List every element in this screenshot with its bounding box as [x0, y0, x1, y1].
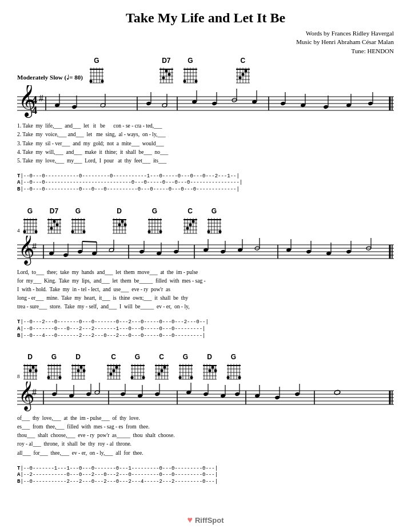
svg-text:o: o	[248, 66, 249, 69]
svg-point-246	[77, 249, 82, 254]
svg-text:o: o	[167, 362, 168, 365]
svg-text:x: x	[75, 362, 76, 365]
svg-point-174	[121, 220, 123, 223]
svg-text:o: o	[240, 66, 241, 69]
svg-text:o: o	[102, 66, 103, 69]
svg-text:o: o	[149, 216, 150, 219]
svg-text:o: o	[51, 362, 52, 365]
svg-point-395	[190, 376, 193, 379]
chord-diagram-D3: D x x o	[70, 353, 86, 380]
page-title: Take My Life and Let It Be	[17, 6, 394, 26]
svg-point-290	[31, 366, 34, 368]
svg-text:o: o	[182, 362, 183, 365]
svg-text:#: #	[32, 387, 37, 397]
chord-diagram-G6: G o o o o o	[206, 207, 222, 235]
lyric-line-1-5: 5. Take my love,___ my___ Lord, I pour a…	[17, 157, 394, 165]
svg-point-325	[77, 369, 79, 372]
svg-text:o: o	[72, 216, 73, 219]
svg-point-160	[82, 230, 85, 233]
svg-point-30	[165, 70, 167, 73]
svg-text:o: o	[233, 362, 234, 365]
svg-point-343	[109, 372, 112, 375]
svg-point-451	[120, 392, 125, 396]
staff-section-3: 𝄞 #	[17, 382, 394, 413]
svg-text:o: o	[59, 362, 61, 365]
svg-text:o: o	[157, 216, 158, 219]
svg-text:o: o	[214, 216, 215, 219]
svg-point-210	[189, 223, 191, 226]
svg-point-309	[58, 376, 61, 379]
chord-diagram-G8: G o o o o o	[130, 353, 146, 380]
svg-text:o: o	[99, 66, 100, 69]
svg-point-105	[323, 105, 328, 109]
svg-text:o: o	[27, 216, 28, 219]
svg-point-141	[53, 220, 55, 223]
svg-text:x: x	[27, 362, 28, 365]
chord-diagram-G9: G o o o o o	[178, 353, 194, 380]
svg-point-48	[183, 80, 186, 83]
lyric-line-3-4: roy - al___ throne, it shall be thy roy …	[17, 440, 394, 448]
svg-text:o: o	[195, 66, 197, 69]
svg-point-428	[238, 376, 241, 379]
svg-text:o: o	[151, 216, 153, 219]
staff-section-1: 𝄞 4 4 #	[17, 85, 394, 121]
svg-point-66	[241, 73, 244, 76]
svg-point-101	[280, 101, 285, 106]
svg-text:o: o	[160, 216, 161, 219]
lyric-line-2-4: long - er___ mine. Take my heart, it___ …	[17, 294, 394, 303]
lyric-line-2-3: I with - hold. Take my in - tel - lect, …	[17, 285, 394, 294]
svg-point-142	[55, 223, 58, 226]
svg-text:x: x	[203, 362, 205, 365]
svg-text:o: o	[239, 362, 240, 365]
section-1: Moderately Slow (♩= 80) G	[17, 57, 394, 200]
svg-text:#: #	[32, 241, 37, 251]
svg-text:o: o	[193, 216, 194, 219]
svg-text:o: o	[193, 66, 194, 69]
chord-diagram-G1: G o o o	[89, 57, 105, 84]
svg-point-159	[71, 230, 74, 233]
svg-text:o: o	[81, 216, 82, 219]
watermark: ♥ RiffSpot	[187, 515, 224, 525]
svg-text:o: o	[163, 66, 164, 69]
music-credit: Music by Henri Abraham César Malan	[17, 38, 394, 46]
lyric-line-2-1: Lord, to___ thee; take my hands and___ l…	[17, 268, 394, 277]
svg-point-49	[194, 80, 197, 83]
lyric-line-1-4: 4. Take my will,___ and___ make it thine…	[17, 148, 394, 157]
tab-section-2: T|--0---2---0-------0---0-------0---2---…	[17, 312, 394, 346]
svg-text:o: o	[211, 216, 212, 219]
lyric-line-1-2: 2. Take my voice,___ and___ let me sing,…	[17, 130, 394, 139]
lyric-line-3-2: es___ from thee,___ filled with mes - sa…	[17, 423, 394, 431]
chord-diagram-D7-2: D7 o o o	[46, 207, 62, 235]
svg-text:o: o	[140, 362, 141, 365]
svg-point-409	[211, 366, 214, 368]
svg-text:o: o	[51, 216, 52, 219]
tune-credit: Tune: HENDON	[17, 47, 394, 55]
svg-text:o: o	[113, 362, 114, 365]
chord-grid-D7: o o o	[158, 66, 174, 84]
svg-point-16	[101, 80, 103, 83]
chord-grid-G3: o o o o o	[22, 216, 38, 235]
svg-text:o: o	[96, 66, 97, 69]
svg-point-228	[218, 230, 221, 233]
svg-point-126	[23, 230, 26, 233]
svg-text:o: o	[107, 362, 109, 365]
svg-point-175	[123, 223, 126, 226]
svg-text:o: o	[83, 216, 85, 219]
svg-text:o: o	[171, 66, 173, 69]
svg-text:o: o	[134, 362, 135, 365]
chord-diagram-D4: D x x o	[202, 353, 218, 380]
chord-diagram-D2: D x x o	[22, 353, 38, 380]
chord-diagram-C2: C o o o o o	[182, 207, 198, 235]
svg-text:o: o	[119, 362, 120, 365]
svg-text:o: o	[245, 66, 246, 69]
svg-text:o: o	[54, 362, 55, 365]
section-2: 4 G o o o o	[17, 205, 394, 346]
watermark-text: RiffSpot	[195, 516, 224, 525]
svg-text:o: o	[228, 362, 229, 365]
chord-grid-C1: o o o o o	[235, 66, 251, 84]
svg-text:o: o	[116, 362, 117, 365]
svg-point-31	[167, 73, 170, 76]
svg-text:o: o	[33, 216, 34, 219]
svg-text:o: o	[242, 66, 244, 69]
svg-text:o: o	[93, 66, 94, 69]
